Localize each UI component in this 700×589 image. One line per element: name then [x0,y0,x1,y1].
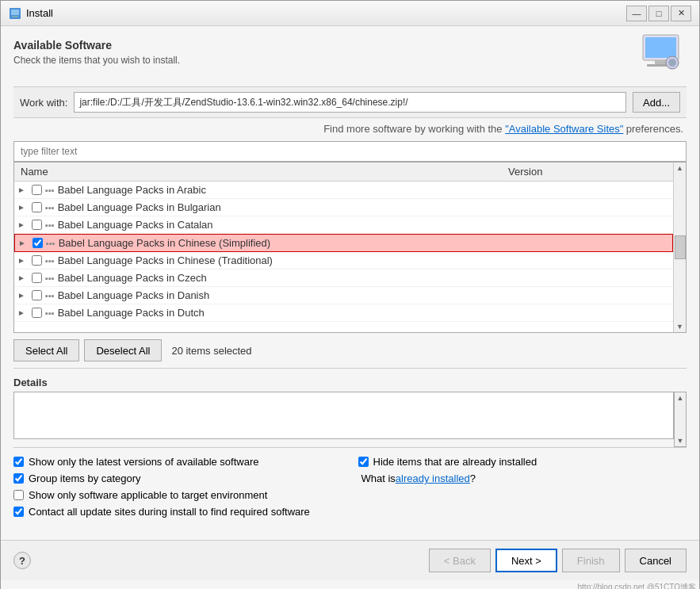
item-icon: ▪▪▪ [45,220,55,230]
footer-right: < Back Next > Finish Cancel [429,549,687,572]
title-bar-controls: — □ ✕ [626,6,691,21]
cancel-button[interactable]: Cancel [625,549,687,572]
checkboxes-columns: Show only the latest versions of availab… [13,456,687,522]
item-icon: ▪▪▪ [46,239,55,248]
what-installed-prefix: What is [361,472,396,484]
checkbox-contact-sites[interactable] [13,507,24,517]
item-checkbox-8[interactable] [32,308,42,318]
header-text: Available Software Check the items that … [13,39,180,75]
item-checkbox-2[interactable] [32,202,42,212]
window-title: Install [26,7,53,19]
logo-area [639,31,687,77]
available-software-sites-link[interactable]: "Available Software Sites" [505,123,623,135]
list-items-container: ► ▪▪▪ Babel Language Packs in Arabic ► ▪… [14,182,673,332]
checkbox-group-category-label: Group items by category [29,472,141,484]
item-label-2: Babel Language Packs in Bulgarian [58,201,670,213]
item-checkbox-3[interactable] [32,220,42,230]
expand-arrow-icon[interactable]: ► [17,185,29,194]
list-item[interactable]: ► ▪▪▪ Babel Language Packs in Catalan [14,216,673,234]
details-scrollbar[interactable]: ▲ ▼ [674,392,687,447]
finish-button[interactable]: Finish [562,549,620,572]
details-scroll-up[interactable]: ▲ [677,394,684,402]
item-label-4: Babel Language Packs in Chinese (Simplif… [59,237,669,249]
details-box [13,392,674,439]
checkbox-hide-installed[interactable] [358,457,369,467]
find-more-text: Find more software by working with the [323,123,505,135]
details-label: Details [13,377,687,388]
details-scroll-down[interactable]: ▼ [677,437,684,445]
list-item[interactable]: ► ▪▪▪ Babel Language Packs in Danish [14,287,673,304]
what-installed-row: What is already installed ? [358,472,687,484]
item-checkbox-5[interactable] [32,255,42,266]
scroll-down-btn[interactable]: ▼ [676,323,683,331]
item-icon: ▪▪▪ [45,256,55,266]
find-more-suffix: preferences. [626,123,683,135]
expand-arrow-icon[interactable]: ► [17,256,29,265]
details-section: Details ▲ ▼ [13,377,687,447]
title-bar-left: Install [9,7,53,20]
expand-arrow-icon[interactable]: ► [17,203,29,212]
checkbox-row-contact-sites: Contact all update sites during install … [13,506,342,518]
expand-arrow-icon[interactable]: ► [17,273,29,282]
item-label-3: Babel Language Packs in Catalan [58,219,670,231]
svg-rect-1 [11,10,19,15]
filter-input[interactable] [13,141,687,162]
bottom-buttons: Select All Deselect All 20 items selecte… [13,333,687,369]
close-button[interactable]: ✕ [671,6,691,21]
minimize-button[interactable]: — [626,6,647,21]
already-installed-link[interactable]: already installed [396,472,470,484]
col-version-header: Version [508,166,667,178]
scrollbar[interactable]: ▲ ▼ [673,163,686,332]
checkbox-row-show-latest: Show only the latest versions of availab… [13,456,342,468]
item-checkbox-7[interactable] [32,290,42,300]
list-item[interactable]: ► ▪▪▪ Babel Language Packs in Arabic [14,182,673,199]
select-all-button[interactable]: Select All [13,339,79,361]
item-icon: ▪▪▪ [45,291,55,300]
item-checkbox-4[interactable] [33,238,43,248]
work-with-input[interactable] [74,92,626,113]
list-item[interactable]: ► ▪▪▪ Babel Language Packs in Bulgarian [14,199,673,216]
work-with-row: Work with: Add... [13,86,687,118]
back-button[interactable]: < Back [429,549,491,572]
checkbox-row-group-category: Group items by category [13,472,342,484]
svg-point-8 [668,59,676,67]
maximize-button[interactable]: □ [648,6,669,21]
item-label-6: Babel Language Packs in Czech [58,272,670,284]
header-area: Available Software Check the items that … [13,39,687,77]
list-item[interactable]: ► ▪▪▪ Babel Language Packs in Dutch [14,304,673,322]
checkbox-show-applicable-label: Show only software applicable to target … [29,489,267,501]
item-checkbox-1[interactable] [32,185,42,195]
item-label-5: Babel Language Packs in Chinese (Traditi… [58,254,670,266]
scroll-up-btn[interactable]: ▲ [676,164,683,172]
checkbox-group-category[interactable] [13,473,24,484]
logo-icon [639,31,687,75]
list-item[interactable]: ► ▪▪▪ Babel Language Packs in Chinese (T… [14,252,673,270]
list-item-selected[interactable]: ► ▪▪▪ Babel Language Packs in Chinese (S… [14,234,673,252]
checkbox-show-latest[interactable] [13,457,24,467]
expand-arrow-icon[interactable]: ► [17,308,29,317]
software-list-container: Name Version ► ▪▪▪ Babel Language Packs … [13,162,687,333]
footer-left: ? [13,552,31,569]
item-icon: ▪▪▪ [45,273,55,283]
checkbox-row-hide-installed: Hide items that are already installed [358,456,687,468]
checkbox-contact-sites-label: Contact all update sites during install … [29,506,310,518]
next-button[interactable]: Next > [495,549,557,572]
right-checkboxes: Hide items that are already installed Wh… [358,456,687,522]
item-checkbox-6[interactable] [32,273,42,283]
footer: ? < Back Next > Finish Cancel [1,540,699,580]
work-with-label: Work with: [20,97,67,109]
left-checkboxes: Show only the latest versions of availab… [13,456,342,522]
item-icon: ▪▪▪ [45,185,55,195]
help-button[interactable]: ? [13,552,31,569]
expand-arrow-icon[interactable]: ► [17,220,29,229]
expand-arrow-icon[interactable]: ► [17,291,29,300]
scroll-thumb[interactable] [675,235,686,259]
software-list: Name Version ► ▪▪▪ Babel Language Packs … [14,163,673,332]
add-button[interactable]: Add... [633,92,680,113]
expand-arrow-icon[interactable]: ► [18,239,29,247]
checkbox-show-applicable[interactable] [13,490,24,500]
window-body: Available Software Check the items that … [1,26,699,540]
item-icon: ▪▪▪ [45,203,55,212]
deselect-all-button[interactable]: Deselect All [84,339,162,361]
list-item[interactable]: ► ▪▪▪ Babel Language Packs in Czech [14,270,673,287]
